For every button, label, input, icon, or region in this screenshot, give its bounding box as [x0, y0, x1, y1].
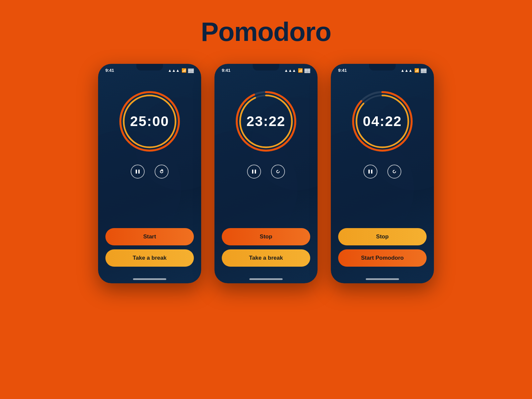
status-time-1: 9:41	[105, 68, 114, 73]
break-button-2[interactable]: Take a break	[222, 249, 310, 267]
pause-button-3[interactable]	[363, 165, 377, 179]
pause-button-2[interactable]	[247, 165, 261, 179]
signal-icon-2: ▲▲▲	[284, 68, 296, 73]
notch-1	[136, 64, 163, 70]
status-icons-3: ▲▲▲ 📶 ▓▓	[401, 68, 427, 73]
signal-icon-1: ▲▲▲	[168, 68, 180, 73]
timer-display-3: 04:22	[363, 113, 402, 129]
reset-button-1[interactable]	[155, 165, 169, 179]
status-icons-1: ▲▲▲ 📶 ▓▓	[168, 68, 194, 73]
phone-3: 9:41 ▲▲▲ 📶 ▓▓ 04:22	[331, 64, 434, 283]
status-time-3: 9:41	[338, 68, 347, 73]
svg-rect-10	[252, 170, 253, 174]
timer-circle-2: 23:22	[233, 88, 299, 155]
battery-icon-3: ▓▓	[421, 68, 427, 73]
notch-3	[369, 64, 396, 70]
home-indicator-1	[133, 278, 166, 280]
timer-area-3: 04:22	[331, 75, 434, 228]
timer-circle-3: 04:22	[349, 88, 416, 155]
reset-button-2[interactable]	[271, 165, 285, 179]
home-indicator-3	[366, 278, 399, 280]
stop-button-2[interactable]: Stop	[222, 228, 310, 245]
wifi-icon-2: 📶	[298, 68, 303, 73]
page-title: Pomodoro	[201, 17, 331, 47]
timer-circle-1: 25:00	[116, 88, 183, 155]
buttons-area-3: Stop Start Pomodoro	[331, 228, 434, 267]
notch-2	[253, 64, 279, 70]
reset-button-3[interactable]	[387, 165, 401, 179]
status-icons-2: ▲▲▲ 📶 ▓▓	[284, 68, 310, 73]
svg-rect-5	[138, 170, 140, 174]
svg-rect-4	[136, 170, 137, 174]
battery-icon-2: ▓▓	[305, 68, 311, 73]
pause-button-1[interactable]	[131, 165, 145, 179]
phones-container: 9:41 ▲▲▲ 📶 ▓▓ 25:00	[98, 64, 434, 283]
phone-1: 9:41 ▲▲▲ 📶 ▓▓ 25:00	[98, 64, 201, 283]
start-button-1[interactable]: Start	[105, 228, 194, 245]
buttons-area-2: Stop Take a break	[214, 228, 318, 267]
start-pomodoro-button-3[interactable]: Start Pomodoro	[338, 249, 427, 267]
wifi-icon-1: 📶	[182, 68, 187, 73]
wifi-icon-3: 📶	[414, 68, 419, 73]
timer-controls-1	[131, 165, 169, 179]
timer-controls-2	[247, 165, 285, 179]
svg-rect-17	[371, 170, 372, 174]
timer-display-1: 25:00	[130, 113, 169, 129]
timer-area-1: 25:00	[98, 75, 201, 228]
battery-icon-1: ▓▓	[188, 68, 194, 73]
status-time-2: 9:41	[222, 68, 230, 73]
svg-rect-11	[255, 170, 256, 174]
buttons-area-1: Start Take a break	[98, 228, 201, 267]
break-button-1[interactable]: Take a break	[105, 249, 194, 267]
svg-rect-16	[368, 170, 370, 174]
timer-display-2: 23:22	[246, 113, 285, 129]
stop-button-3[interactable]: Stop	[338, 228, 427, 245]
home-indicator-2	[249, 278, 283, 280]
signal-icon-3: ▲▲▲	[401, 68, 413, 73]
timer-area-2: 23:22	[214, 75, 318, 228]
phone-2: 9:41 ▲▲▲ 📶 ▓▓ 23:22	[214, 64, 318, 283]
timer-controls-3	[363, 165, 401, 179]
